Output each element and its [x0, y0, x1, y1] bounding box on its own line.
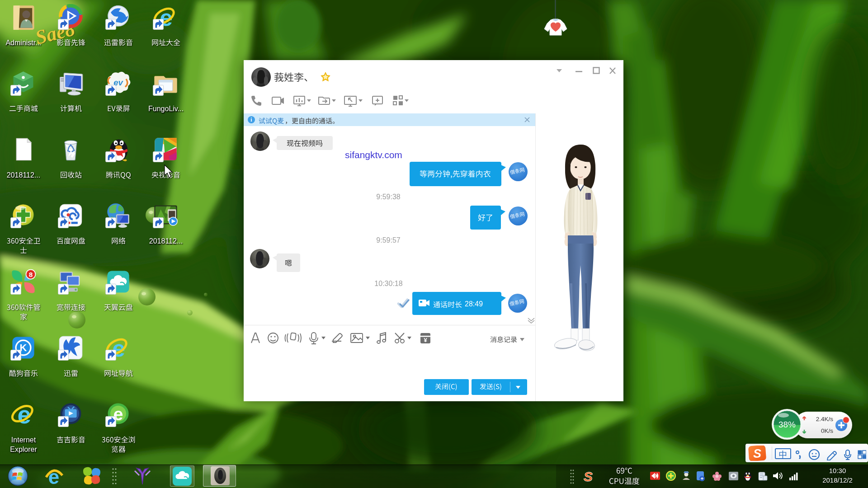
svg-text:e: e — [48, 466, 59, 487]
svg-text:S: S — [584, 469, 593, 484]
svg-text:0K/s: 0K/s — [821, 427, 833, 434]
svg-text:S: S — [753, 447, 761, 460]
svg-text:¥: ¥ — [424, 337, 427, 343]
svg-text:2.4K/s: 2.4K/s — [816, 416, 834, 422]
svg-text:38%: 38% — [778, 420, 796, 429]
svg-text:8: 8 — [29, 271, 33, 278]
